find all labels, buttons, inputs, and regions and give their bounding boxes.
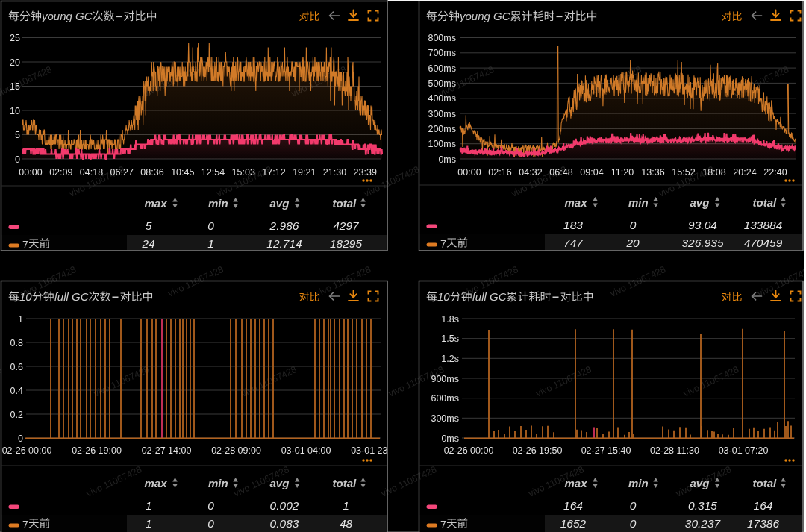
svg-text:400ms: 400ms xyxy=(428,93,456,104)
svg-text:0: 0 xyxy=(15,154,20,165)
svg-text:15:03: 15:03 xyxy=(232,167,255,178)
svg-text:02-26 00:00: 02-26 00:00 xyxy=(444,445,494,456)
svg-text:1.8s: 1.8s xyxy=(441,314,459,325)
svg-text:young GC: young GC xyxy=(41,10,93,22)
svg-text:10: 10 xyxy=(10,106,20,116)
svg-text:max: max xyxy=(145,477,168,489)
svg-text:full GC: full GC xyxy=(472,290,507,303)
svg-text:7: 7 xyxy=(22,519,28,531)
svg-text:11:20: 11:20 xyxy=(611,167,634,178)
svg-text:133884: 133884 xyxy=(744,219,783,231)
svg-text:2.986: 2.986 xyxy=(269,219,299,232)
svg-text:0: 0 xyxy=(630,499,637,512)
svg-text:21:30: 21:30 xyxy=(323,167,346,178)
svg-text:0: 0 xyxy=(18,434,23,444)
svg-text:vivo 11067428: vivo 11067428 xyxy=(0,364,4,399)
svg-text:0.083: 0.083 xyxy=(270,517,299,530)
svg-text:25: 25 xyxy=(10,33,20,43)
svg-text:20: 20 xyxy=(10,57,20,68)
svg-text:600ms: 600ms xyxy=(428,63,456,74)
svg-text:young GC: young GC xyxy=(459,10,510,22)
svg-text:19:21: 19:21 xyxy=(293,167,316,178)
svg-text:0: 0 xyxy=(207,517,214,530)
svg-text:0.6: 0.6 xyxy=(10,362,23,372)
svg-text:vivo 11067428: vivo 11067428 xyxy=(84,464,143,499)
svg-text:02:09: 02:09 xyxy=(49,167,72,178)
svg-text:800ms: 800ms xyxy=(428,33,456,43)
svg-text:22:40: 22:40 xyxy=(763,167,787,178)
svg-text:7: 7 xyxy=(440,238,446,250)
svg-text:03-01 23:00: 03-01 23:00 xyxy=(351,445,401,456)
svg-text:500ms: 500ms xyxy=(428,78,456,89)
svg-text:03-01 04:00: 03-01 04:00 xyxy=(281,445,331,456)
svg-text:06:27: 06:27 xyxy=(110,167,134,178)
svg-text:470459: 470459 xyxy=(744,237,783,249)
svg-text:24: 24 xyxy=(141,237,155,250)
svg-text:0: 0 xyxy=(630,517,637,530)
svg-text:avg: avg xyxy=(690,196,710,209)
svg-text:04:18: 04:18 xyxy=(80,167,103,178)
svg-text:max: max xyxy=(565,196,588,209)
svg-text:02-27 15:40: 02-27 15:40 xyxy=(581,445,631,456)
svg-text:00:00: 00:00 xyxy=(457,167,481,178)
svg-text:700ms: 700ms xyxy=(428,48,456,58)
svg-text:1.2s: 1.2s xyxy=(441,354,459,364)
svg-text:06:48: 06:48 xyxy=(549,167,572,178)
svg-text:vivo 11067428: vivo 11067428 xyxy=(534,364,593,399)
svg-text:7: 7 xyxy=(440,519,446,531)
svg-text:1652: 1652 xyxy=(560,517,587,530)
svg-text:300ms: 300ms xyxy=(428,109,456,119)
svg-text:min: min xyxy=(628,477,649,489)
svg-text:183: 183 xyxy=(563,219,583,231)
svg-text:0ms: 0ms xyxy=(441,434,459,444)
svg-text:0.2: 0.2 xyxy=(10,410,23,420)
svg-text:total: total xyxy=(753,196,777,209)
svg-text:total: total xyxy=(753,477,777,489)
svg-text:1: 1 xyxy=(18,314,23,325)
svg-text:min: min xyxy=(628,196,649,209)
svg-text:02-27 14:00: 02-27 14:00 xyxy=(142,445,192,456)
svg-text:1.5s: 1.5s xyxy=(441,334,459,344)
svg-text:vivo 11067428: vivo 11067428 xyxy=(0,64,54,99)
svg-text:00:00: 00:00 xyxy=(19,167,42,178)
svg-text:164: 164 xyxy=(563,499,583,512)
svg-text:0.8: 0.8 xyxy=(10,338,23,348)
svg-text:12.714: 12.714 xyxy=(266,237,302,250)
svg-text:max: max xyxy=(565,477,588,489)
svg-text:30.237: 30.237 xyxy=(685,517,722,530)
svg-text:23:39: 23:39 xyxy=(354,167,377,178)
svg-text:vivo 11067428: vivo 11067428 xyxy=(313,264,372,299)
svg-text:avg: avg xyxy=(270,477,290,489)
svg-text:02:16: 02:16 xyxy=(488,167,511,178)
svg-text:10:45: 10:45 xyxy=(171,167,194,178)
svg-text:10: 10 xyxy=(437,290,450,303)
svg-text:vivo 11067428: vivo 11067428 xyxy=(681,364,740,399)
svg-text:10: 10 xyxy=(19,290,32,303)
svg-text:total: total xyxy=(333,197,357,210)
svg-text:min: min xyxy=(208,197,228,210)
svg-text:vivo 11067428: vivo 11067428 xyxy=(166,264,225,299)
svg-text:18:08: 18:08 xyxy=(702,167,725,178)
svg-text:0ms: 0ms xyxy=(438,154,456,165)
svg-text:vivo 11067428: vivo 11067428 xyxy=(756,264,806,299)
svg-text:03-01 07:20: 03-01 07:20 xyxy=(719,445,769,456)
svg-text:vivo 11067428: vivo 11067428 xyxy=(379,464,438,499)
svg-text:1: 1 xyxy=(343,499,349,512)
svg-text:747: 747 xyxy=(563,237,584,249)
svg-text:avg: avg xyxy=(270,197,290,210)
svg-text:02-26 19:00: 02-26 19:00 xyxy=(72,445,122,456)
svg-text:200ms: 200ms xyxy=(428,124,456,134)
svg-text:4297: 4297 xyxy=(333,219,360,232)
svg-text:0.002: 0.002 xyxy=(270,499,299,512)
svg-text:12:54: 12:54 xyxy=(202,167,225,178)
svg-text:7: 7 xyxy=(22,239,28,251)
svg-text:vivo 11067428: vivo 11067428 xyxy=(608,264,667,299)
svg-text:20:24: 20:24 xyxy=(733,167,756,178)
svg-text:0.4: 0.4 xyxy=(10,386,23,396)
svg-text:max: max xyxy=(145,197,168,210)
svg-text:total: total xyxy=(333,477,357,489)
svg-text:min: min xyxy=(208,477,228,489)
svg-text:300ms: 300ms xyxy=(431,413,459,424)
svg-text:20: 20 xyxy=(625,237,640,249)
svg-text:15: 15 xyxy=(10,81,20,92)
